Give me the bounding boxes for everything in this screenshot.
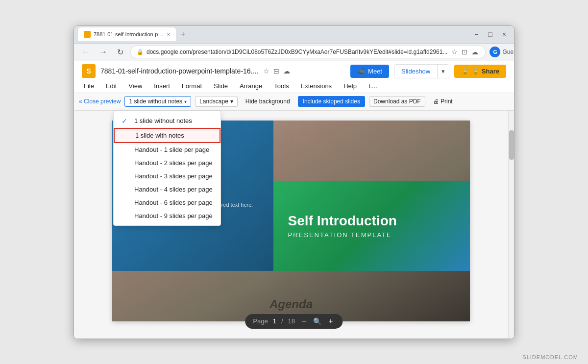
menu-view[interactable]: View: [126, 81, 144, 91]
cast-icon[interactable]: ⊡: [461, 47, 468, 57]
format-menu-item-handout-2[interactable]: Handout - 2 slides per page: [114, 156, 220, 170]
format-dropdown[interactable]: 1 slide without notes ▾: [124, 96, 191, 107]
menu-extra[interactable]: L...: [367, 81, 379, 91]
format-menu-item-handout-9[interactable]: Handout - 9 slides per page: [114, 209, 220, 222]
menu-bar: File Edit View Insert Format Slide Arran…: [82, 80, 506, 93]
format-menu-item-handout-3[interactable]: Handout - 3 slides per page: [114, 170, 220, 183]
address-actions: ☆ ⊡ ☁: [450, 47, 479, 57]
menu-slide[interactable]: Slide: [212, 81, 230, 91]
include-skipped-button[interactable]: Include skipped slides: [298, 96, 365, 107]
page-current: 1: [273, 317, 276, 325]
menu-tools[interactable]: Tools: [272, 81, 291, 91]
bookmark-icon[interactable]: ☆: [450, 47, 459, 57]
minimize-button[interactable]: −: [470, 29, 482, 39]
tab-close-icon[interactable]: ×: [167, 31, 170, 37]
active-tab[interactable]: 7881-01-self-introduction-powe... ×: [78, 27, 176, 41]
new-tab-button[interactable]: +: [178, 29, 188, 40]
format-menu-label-handout-9: Handout - 9 slides per page: [134, 212, 213, 219]
format-menu-label-with-notes: 1 slide with notes: [135, 132, 184, 139]
print-button[interactable]: 🖨 Print: [429, 97, 457, 106]
star-icon[interactable]: ☆: [263, 67, 270, 75]
format-menu-label-handout-3: Handout - 3 slides per page: [134, 172, 213, 180]
sync-icon[interactable]: ☁: [470, 47, 479, 57]
zoom-in-button[interactable]: +: [326, 317, 335, 326]
lock-icon: 🔒: [137, 49, 144, 55]
watermark: SLIDEMODEL.COM: [522, 354, 578, 360]
page-counter: Page 1 / 18 − 🔍 +: [245, 314, 343, 329]
format-menu-item-no-notes[interactable]: ✓ 1 slide without notes: [114, 114, 220, 128]
page-total: 18: [288, 317, 295, 325]
format-menu-item-handout-6[interactable]: Handout - 6 slides per page: [114, 196, 220, 209]
preview-bar: « Close preview 1 slide without notes ▾ …: [74, 93, 514, 111]
menu-extensions[interactable]: Extensions: [299, 81, 334, 91]
format-menu-item-handout-4[interactable]: Handout - 4 slides per page: [114, 183, 220, 196]
menu-format[interactable]: Format: [180, 81, 204, 91]
back-button[interactable]: ←: [79, 47, 93, 57]
slides-title-left: S 7881-01-self-introduction-powerpoint-t…: [82, 64, 290, 78]
slideshow-button[interactable]: Slideshow: [394, 65, 437, 78]
format-dropdown-arrow-icon: ▾: [184, 99, 187, 104]
scrollbar[interactable]: [508, 111, 514, 339]
format-menu-label-handout-4: Handout - 4 slides per page: [134, 186, 213, 193]
hide-background-button[interactable]: Hide background: [242, 97, 294, 106]
browser-window: 7881-01-self-introduction-powe... × + − …: [74, 25, 514, 339]
meet-button[interactable]: 📹 Meet: [350, 65, 389, 78]
format-menu-label-no-notes: 1 slide without notes: [134, 117, 192, 124]
landscape-arrow-icon: ▾: [230, 98, 233, 105]
lock-share-icon: 🔒: [461, 68, 469, 75]
tab-bar: 7881-01-self-introduction-powe... × +: [78, 27, 467, 41]
meet-icon: 📹: [357, 68, 365, 75]
menu-help[interactable]: Help: [342, 81, 359, 91]
page-separator: /: [281, 317, 283, 325]
format-menu: ✓ 1 slide without notes 1 slide with not…: [113, 111, 221, 226]
slide-right-panel: Self Introduction PRESENTATION TEMPLATE: [273, 181, 470, 271]
close-button[interactable]: ×: [498, 29, 510, 39]
address-bar: ← → ↻ 🔒 docs.google.com/presentation/d/1…: [74, 44, 514, 61]
slides-title-icons: ☆ ⊟ ☁: [263, 67, 290, 75]
address-input[interactable]: 🔒 docs.google.com/presentation/d/1D9CiL0…: [130, 46, 486, 58]
slides-logo: S: [82, 64, 96, 78]
download-pdf-button[interactable]: Download as PDF: [369, 96, 425, 107]
format-label: 1 slide without notes: [129, 98, 182, 105]
zoom-icon: 🔍: [313, 317, 321, 325]
menu-arrange[interactable]: Arrange: [238, 81, 264, 91]
move-icon[interactable]: ⊟: [273, 67, 279, 75]
landscape-dropdown[interactable]: Landscape ▾: [195, 96, 238, 107]
slideshow-dropdown-button[interactable]: ▾: [437, 65, 449, 78]
refresh-button[interactable]: ↻: [114, 47, 126, 58]
window-controls: − □ ×: [470, 29, 510, 39]
slides-title-right: 📹 Meet Slideshow ▾ 🔒 🔒 Share: [350, 64, 506, 78]
slides-header: S 7881-01-self-introduction-powerpoint-t…: [74, 61, 514, 93]
format-menu-label-handout-2: Handout - 2 slides per page: [134, 159, 213, 167]
cloud-icon[interactable]: ☁: [283, 67, 290, 75]
scroll-thumb[interactable]: [509, 130, 514, 160]
maximize-button[interactable]: □: [484, 29, 496, 39]
slides-title-row: S 7881-01-self-introduction-powerpoint-t…: [82, 64, 506, 78]
profile-label: Guest: [502, 49, 514, 55]
profile-button[interactable]: G Guest: [490, 47, 514, 57]
check-icon: ✓: [122, 117, 129, 125]
close-preview-button[interactable]: « Close preview: [79, 98, 121, 105]
format-menu-label-handout-6: Handout - 6 slides per page: [134, 199, 213, 206]
slideshow-button-group: Slideshow ▾: [394, 64, 449, 78]
zoom-out-button[interactable]: −: [300, 317, 308, 326]
slide-bottom-text: Agenda: [270, 297, 313, 311]
menu-insert[interactable]: Insert: [152, 81, 172, 91]
format-menu-label-handout-1: Handout - 1 slide per page: [134, 146, 209, 153]
address-text: docs.google.com/presentation/d/1D9CiL08o…: [147, 49, 447, 55]
menu-file[interactable]: File: [82, 81, 96, 91]
tab-favicon: [84, 31, 91, 38]
slides-filename: 7881-01-self-introduction-powerpoint-tem…: [100, 67, 258, 75]
landscape-label: Landscape: [199, 98, 228, 105]
slide-main-title: Self Introduction: [288, 213, 397, 229]
format-menu-item-handout-1[interactable]: Handout - 1 slide per page: [114, 143, 220, 156]
slide-subtitle: PRESENTATION TEMPLATE: [288, 231, 392, 239]
menu-edit[interactable]: Edit: [104, 81, 119, 91]
tab-title: 7881-01-self-introduction-powe...: [94, 31, 164, 37]
forward-button[interactable]: →: [97, 47, 110, 57]
page-label: Page: [253, 317, 268, 325]
share-button[interactable]: 🔒 🔒 Share: [454, 65, 506, 78]
profile-avatar: G: [490, 47, 500, 57]
format-menu-item-with-notes[interactable]: 1 slide with notes: [114, 128, 220, 143]
title-bar: 7881-01-self-introduction-powe... × + − …: [74, 26, 514, 44]
